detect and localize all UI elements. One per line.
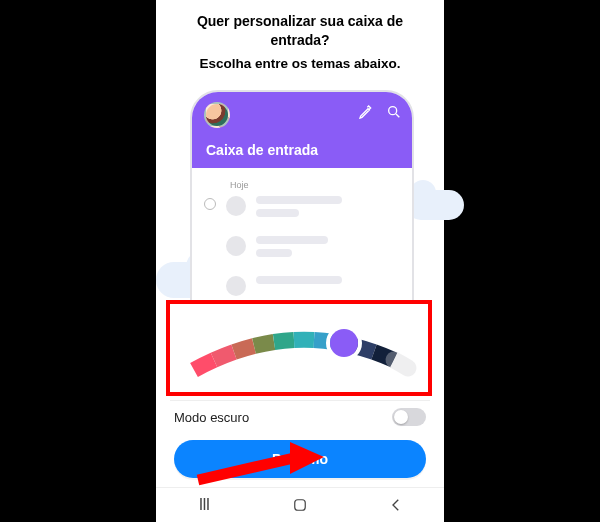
preview-header: Caixa de entrada	[192, 92, 412, 168]
select-circle-icon	[204, 198, 216, 210]
slider-knob[interactable]	[330, 329, 358, 357]
inbox-title: Caixa de entrada	[206, 142, 318, 158]
list-item	[204, 276, 400, 296]
preview-message-list: Hoje	[192, 168, 412, 318]
svg-rect-3	[295, 500, 306, 511]
next-button-label: Próximo	[272, 451, 328, 467]
phone-screen: Quer personalizar sua caixa de entrada? …	[156, 0, 444, 522]
stage: Quer personalizar sua caixa de entrada? …	[0, 0, 600, 522]
day-label: Hoje	[230, 180, 400, 190]
text-placeholder	[256, 276, 400, 289]
avatar	[204, 102, 230, 128]
theme-slider-svg	[180, 310, 420, 390]
title-line-1: Quer personalizar sua caixa de	[174, 12, 426, 31]
avatar	[226, 276, 246, 296]
avatar	[226, 236, 246, 256]
svg-point-0	[389, 107, 397, 115]
text-placeholder	[256, 196, 400, 222]
back-icon[interactable]	[387, 496, 405, 514]
inbox-preview: Caixa de entrada Hoje	[190, 90, 410, 310]
android-nav-bar: III	[156, 487, 444, 522]
list-item	[204, 196, 400, 222]
dark-mode-label: Modo escuro	[174, 410, 249, 425]
list-item	[204, 236, 400, 262]
avatar	[226, 196, 246, 216]
next-button[interactable]: Próximo	[174, 440, 426, 478]
page-subtitle: Escolha entre os temas abaixo.	[156, 56, 444, 71]
home-icon[interactable]	[291, 496, 309, 514]
letterbox-right	[444, 0, 600, 522]
letterbox-left	[0, 0, 156, 522]
divider	[170, 400, 430, 401]
recents-icon[interactable]: III	[195, 496, 213, 514]
dark-mode-row: Modo escuro	[174, 408, 426, 426]
header-icons	[358, 104, 402, 120]
text-placeholder	[256, 236, 400, 262]
compose-icon	[358, 104, 374, 120]
cloud-decoration	[406, 190, 464, 220]
search-icon	[386, 104, 402, 120]
theme-color-slider[interactable]	[180, 310, 420, 390]
title-line-2: entrada?	[174, 31, 426, 50]
page-title: Quer personalizar sua caixa de entrada?	[156, 12, 444, 50]
dark-mode-toggle[interactable]	[392, 408, 426, 426]
